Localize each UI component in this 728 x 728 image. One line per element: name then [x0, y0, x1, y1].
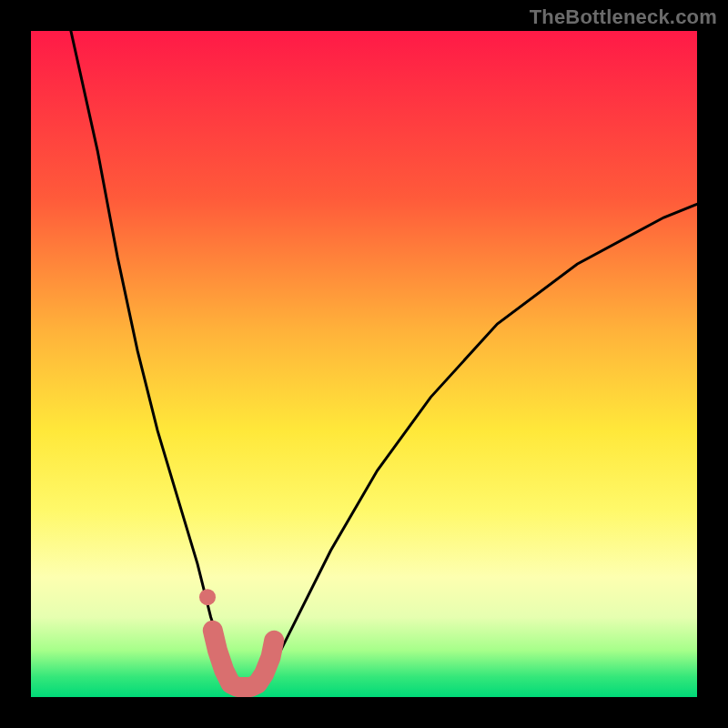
bottleneck-curve — [71, 31, 697, 687]
chart-frame: TheBottleneck.com — [0, 0, 728, 728]
highlight-region — [213, 631, 274, 687]
highlight-dot — [199, 589, 216, 605]
curve-layer — [31, 31, 697, 697]
plot-area — [31, 31, 697, 697]
watermark-text: TheBottleneck.com — [530, 5, 717, 29]
